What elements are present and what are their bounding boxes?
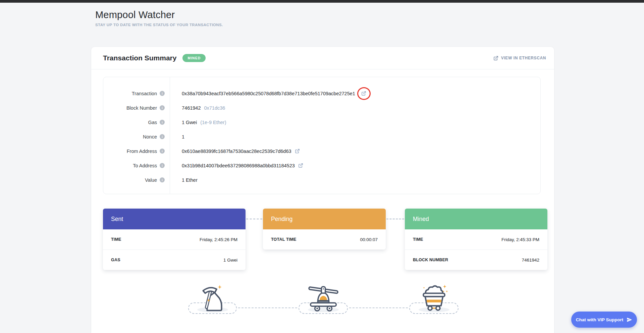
sent-header: Sent bbox=[103, 209, 246, 229]
transaction-external-link-icon[interactable] bbox=[361, 91, 366, 96]
transaction-link-wrap bbox=[357, 87, 371, 100]
status-card-sent: Sent TIME Friday, 2:45:26 PM GAS 1 Gwei bbox=[103, 209, 246, 270]
sent-time-row: TIME Friday, 2:45:26 PM bbox=[103, 229, 246, 249]
mined-header: Mined bbox=[405, 209, 547, 229]
from-address-label: From Address bbox=[127, 149, 157, 154]
to-address-label: To Address bbox=[133, 163, 157, 168]
journey-connector-2 bbox=[349, 308, 408, 308]
card-title: Transaction Summary bbox=[103, 54, 176, 62]
detail-row-from-address: From Address i 0x610ae88399fc1687fa7530a… bbox=[103, 144, 540, 158]
detail-row-to-address: To Address i 0x31b98d14007bdee6372980869… bbox=[103, 158, 540, 173]
transaction-label: Transaction bbox=[132, 91, 157, 96]
detail-row-transaction: Transaction i 0x38a70b943eacf37eb566a598… bbox=[103, 86, 540, 101]
page-subtitle: STAY UP TO DATE WITH THE STATUS OF YOUR … bbox=[95, 23, 223, 27]
info-icon[interactable]: i bbox=[160, 163, 165, 168]
pickaxe-icon bbox=[196, 283, 229, 314]
transaction-summary-card: Transaction Summary MINED VIEW IN ETHERS… bbox=[91, 47, 554, 333]
block-number-label: Block Number bbox=[126, 105, 157, 111]
transaction-hash: 0x38a70b943eacf37eb566a5980c25078d68fb7d… bbox=[182, 91, 355, 96]
journey-connector-1 bbox=[238, 308, 297, 308]
page-header: Mempool Watcher STAY UP TO DATE WITH THE… bbox=[95, 9, 223, 27]
page-title: Mempool Watcher bbox=[95, 9, 223, 20]
block-number-hex: 0x71dc36 bbox=[204, 105, 225, 111]
connector-pending-mined bbox=[386, 219, 404, 219]
to-address-value: 0x31b98d14007bdee637298086988a0bbd311845… bbox=[182, 163, 295, 168]
value-label: Value bbox=[145, 177, 157, 183]
from-address-external-link-icon[interactable] bbox=[295, 149, 300, 154]
detail-row-gas: Gas i 1 Gwei (1e-9 Ether) bbox=[103, 115, 540, 129]
info-icon[interactable]: i bbox=[160, 105, 165, 110]
pending-header: Pending bbox=[263, 209, 386, 229]
mined-block-number-row: BLOCK NUMBER 7461942 bbox=[405, 249, 547, 270]
detail-row-value: Value i 1 Ether bbox=[103, 173, 540, 187]
detail-row-nonce: Nonce i 1 bbox=[103, 129, 540, 144]
value-value: 1 Ether bbox=[182, 177, 198, 183]
pending-total-time-row: TOTAL TIME 00:00:07 bbox=[263, 229, 386, 249]
block-number-value: 7461942 bbox=[182, 105, 201, 111]
card-header: Transaction Summary MINED VIEW IN ETHERS… bbox=[91, 47, 554, 69]
mine-cart-icon bbox=[417, 283, 451, 314]
nonce-value: 1 bbox=[182, 134, 184, 140]
detail-row-block-number: Block Number i 7461942 0x71dc36 bbox=[103, 101, 540, 115]
handcar-icon bbox=[307, 283, 340, 314]
info-icon[interactable]: i bbox=[160, 149, 165, 154]
info-icon[interactable]: i bbox=[160, 177, 165, 182]
mined-time-row: TIME Friday, 2:45:33 PM bbox=[405, 229, 547, 249]
sent-gas-row: GAS 1 Gwei bbox=[103, 249, 246, 270]
send-icon bbox=[627, 317, 632, 323]
gas-value: 1 Gwei bbox=[182, 120, 197, 125]
gas-label: Gas bbox=[148, 120, 157, 125]
divider bbox=[91, 69, 554, 69]
external-link-icon bbox=[493, 56, 498, 61]
status-card-mined: Mined TIME Friday, 2:45:33 PM BLOCK NUMB… bbox=[405, 209, 547, 270]
status-card-pending: Pending TOTAL TIME 00:00:07 bbox=[263, 209, 386, 249]
from-address-value: 0x610ae88399fc1687fa7530aac28ec2539c7d6d… bbox=[182, 149, 291, 154]
gas-alt-value: (1e-9 Ether) bbox=[200, 120, 226, 125]
details-table: Transaction i 0x38a70b943eacf37eb566a598… bbox=[103, 77, 541, 194]
etherscan-link-label: VIEW IN ETHERSCAN bbox=[501, 56, 546, 60]
chat-support-button[interactable]: Chat with VIP Support bbox=[571, 312, 637, 328]
view-in-etherscan-link[interactable]: VIEW IN ETHERSCAN bbox=[493, 56, 546, 61]
page: Mempool Watcher STAY UP TO DATE WITH THE… bbox=[0, 0, 644, 333]
info-icon[interactable]: i bbox=[160, 120, 165, 125]
to-address-external-link-icon[interactable] bbox=[298, 163, 303, 168]
nonce-label: Nonce bbox=[143, 134, 157, 140]
info-icon[interactable]: i bbox=[160, 91, 165, 96]
status-badge: MINED bbox=[182, 54, 206, 62]
connector-sent-pending bbox=[246, 219, 262, 219]
chat-button-label: Chat with VIP Support bbox=[576, 317, 624, 322]
info-icon[interactable]: i bbox=[160, 134, 165, 139]
top-bar bbox=[0, 0, 644, 3]
